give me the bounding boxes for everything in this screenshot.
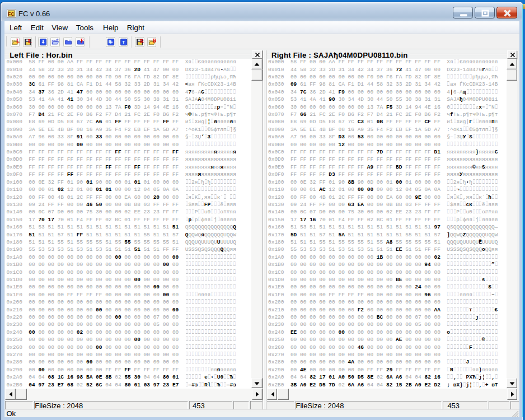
svg-text:F: F [110,40,113,45]
svg-text:T: T [122,40,125,45]
svg-text:R: R [153,38,156,44]
svg-text:L: L [28,38,32,44]
svg-text:R: R [140,38,144,44]
svg-text:L: L [16,38,20,44]
svg-text:F: F [81,38,84,43]
